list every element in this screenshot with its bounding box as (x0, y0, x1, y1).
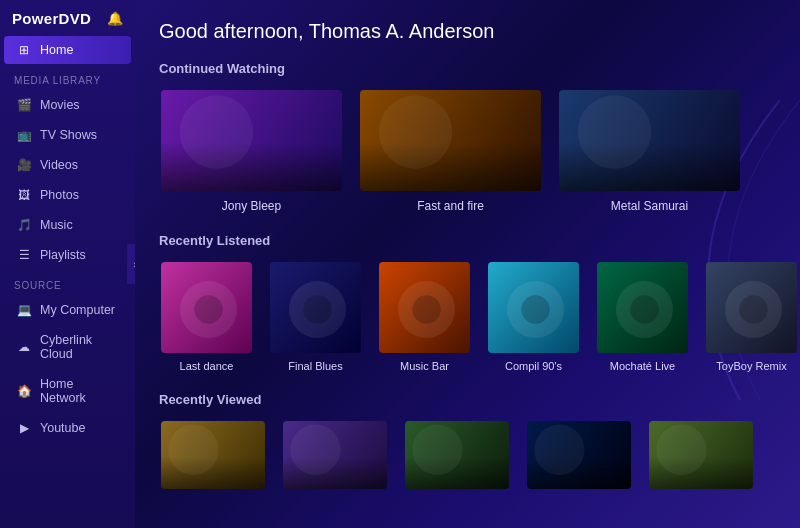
video-icon: 🎥 (16, 158, 32, 172)
movies-icon: 🎬 (16, 98, 32, 112)
viewed-thumb-0[interactable] (159, 419, 267, 491)
recently-listened-row: Last danceFinal BluesMusic BarCompil 90'… (159, 260, 776, 372)
main-content: Good afternoon, Thomas A. Anderson Conti… (135, 0, 800, 528)
sidebar-header: PowerDVD 🔔 (0, 0, 135, 35)
app-title: PowerDVD (12, 10, 91, 27)
sidebar-label-movies: Movies (40, 98, 80, 112)
sidebar-item-home[interactable]: ⊞ Home (4, 36, 131, 64)
sidebar-item-cyberlink-cloud[interactable]: ☁ Cyberlink Cloud (4, 326, 131, 368)
greeting-text: Good afternoon, Thomas A. Anderson (159, 20, 776, 43)
cloud-icon: ☁ (16, 340, 32, 354)
viewed-thumb-1[interactable] (281, 419, 389, 491)
viewed-thumb-2[interactable] (403, 419, 511, 491)
network-icon: 🏠 (16, 384, 32, 398)
sidebar-item-playlists[interactable]: ☰ Playlists (4, 241, 131, 269)
movie-thumb-1[interactable] (358, 88, 543, 193)
sidebar-section-source: Source (0, 270, 135, 295)
sidebar: PowerDVD 🔔 ⊞ Home Media Library 🎬 Movies… (0, 0, 135, 528)
bell-icon[interactable]: 🔔 (107, 11, 123, 26)
music-label-3: Compil 90's (505, 360, 562, 372)
sidebar-label-playlists: Playlists (40, 248, 86, 262)
sidebar-label-mycomputer: My Computer (40, 303, 115, 317)
music-label-0: Last dance (180, 360, 234, 372)
movie-thumb-0[interactable] (159, 88, 344, 193)
sidebar-label-cloud: Cyberlink Cloud (40, 333, 119, 361)
music-label-4: Mochaté Live (610, 360, 675, 372)
sidebar-section-media: Media Library (0, 65, 135, 90)
photos-icon: 🖼 (16, 188, 32, 202)
music-thumb-2[interactable] (377, 260, 472, 355)
music-card-3[interactable]: Compil 90's (486, 260, 581, 372)
computer-icon: 💻 (16, 303, 32, 317)
sidebar-item-home-network[interactable]: 🏠 Home Network (4, 370, 131, 412)
music-thumb-5[interactable] (704, 260, 799, 355)
youtube-icon: ▶ (16, 421, 32, 435)
home-icon: ⊞ (16, 43, 32, 57)
sidebar-label-network: Home Network (40, 377, 119, 405)
music-card-4[interactable]: Mochaté Live (595, 260, 690, 372)
music-card-0[interactable]: Last dance (159, 260, 254, 372)
sidebar-label-home: Home (40, 43, 73, 57)
sidebar-item-photos[interactable]: 🖼 Photos (4, 181, 131, 209)
movie-card-0[interactable]: Jony Bleep (159, 88, 344, 213)
tv-icon: 📺 (16, 128, 32, 142)
continued-watching-row: Jony BleepFast and fireMetal Samurai (159, 88, 776, 213)
movie-label-1: Fast and fire (417, 199, 484, 213)
sidebar-item-mycomputer[interactable]: 💻 My Computer (4, 296, 131, 324)
music-thumb-4[interactable] (595, 260, 690, 355)
music-thumb-1[interactable] (268, 260, 363, 355)
section-recently-listened-label: Recently Listened (159, 233, 776, 248)
music-icon: 🎵 (16, 218, 32, 232)
sidebar-label-photos: Photos (40, 188, 79, 202)
sidebar-label-music: Music (40, 218, 73, 232)
music-thumb-0[interactable] (159, 260, 254, 355)
viewed-thumb-3[interactable] (525, 419, 633, 491)
music-label-5: ToyBoy Remix (716, 360, 786, 372)
music-thumb-3[interactable] (486, 260, 581, 355)
sidebar-item-tv-shows[interactable]: 📺 TV Shows (4, 121, 131, 149)
movie-label-2: Metal Samurai (611, 199, 688, 213)
movie-card-1[interactable]: Fast and fire (358, 88, 543, 213)
playlists-icon: ☰ (16, 248, 32, 262)
music-label-1: Final Blues (288, 360, 342, 372)
music-card-5[interactable]: ToyBoy Remix (704, 260, 799, 372)
section-continued-watching-label: Continued Watching (159, 61, 776, 76)
sidebar-item-videos[interactable]: 🎥 Videos (4, 151, 131, 179)
section-recently-viewed-label: Recently Viewed (159, 392, 776, 407)
movie-card-2[interactable]: Metal Samurai (557, 88, 742, 213)
music-card-1[interactable]: Final Blues (268, 260, 363, 372)
viewed-thumb-4[interactable] (647, 419, 755, 491)
music-label-2: Music Bar (400, 360, 449, 372)
recently-viewed-row (159, 419, 776, 491)
sidebar-label-videos: Videos (40, 158, 78, 172)
sidebar-item-youtube[interactable]: ▶ Youtube (4, 414, 131, 442)
music-card-2[interactable]: Music Bar (377, 260, 472, 372)
sidebar-item-music[interactable]: 🎵 Music (4, 211, 131, 239)
sidebar-label-youtube: Youtube (40, 421, 85, 435)
movie-label-0: Jony Bleep (222, 199, 281, 213)
movie-thumb-2[interactable] (557, 88, 742, 193)
sidebar-item-movies[interactable]: 🎬 Movies (4, 91, 131, 119)
sidebar-label-tvshows: TV Shows (40, 128, 97, 142)
